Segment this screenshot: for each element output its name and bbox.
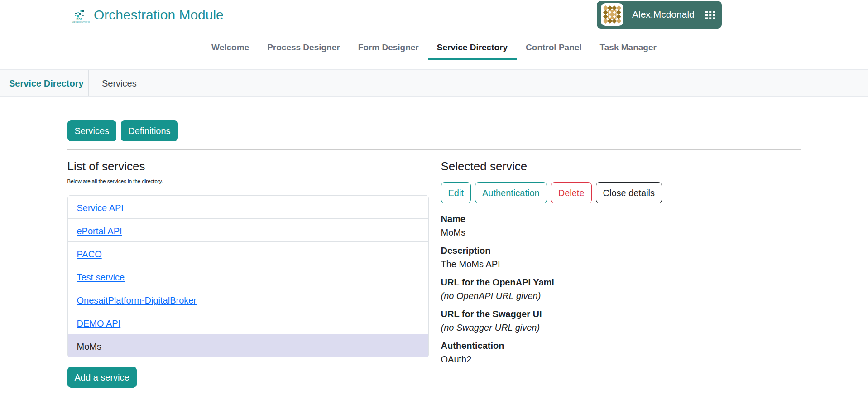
- svg-text:DS2: DS2: [77, 18, 82, 21]
- svg-text:DATA SPACES SUPPORT CENTRE: DATA SPACES SUPPORT CENTRE: [72, 21, 90, 23]
